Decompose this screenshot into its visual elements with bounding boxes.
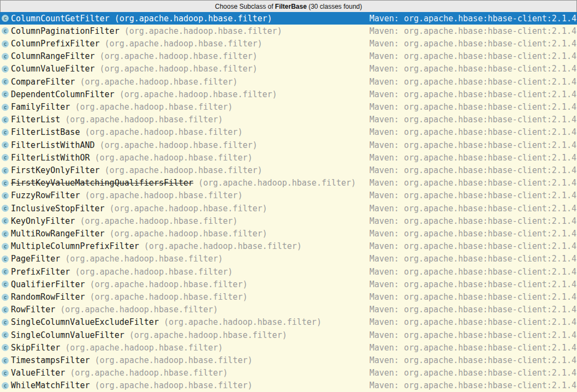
class-list-item[interactable]: c PageFilter (org.apache.hadoop.hbase.fi…: [0, 253, 577, 265]
class-list-item[interactable]: c DependentColumnFilter (org.apache.hado…: [0, 88, 577, 100]
class-list-item[interactable]: c QualifierFilter (org.apache.hadoop.hba…: [0, 278, 577, 290]
class-package: (org.apache.hadoop.hbase.filter): [120, 90, 277, 99]
maven-coordinates: Maven: org.apache.hbase:hbase-client:2.1…: [370, 216, 576, 226]
class-list-item[interactable]: c InclusiveStopFilter (org.apache.hadoop…: [0, 202, 577, 215]
class-package: (org.apache.hadoop.hbase.filter): [90, 280, 247, 289]
class-package: (org.apache.hadoop.hbase.filter): [80, 77, 237, 87]
class-name: FilterListBase: [11, 127, 80, 137]
maven-coordinates: Maven: org.apache.hbase:hbase-client:2.1…: [370, 140, 576, 150]
class-list-item[interactable]: c ColumnPaginationFilter (org.apache.had…: [0, 25, 577, 37]
class-list-item[interactable]: c ValueFilter (org.apache.hadoop.hbase.f…: [0, 367, 577, 379]
class-list-item[interactable]: c FilterList (org.apache.hadoop.hbase.fi…: [0, 114, 577, 126]
class-icon: c: [2, 230, 9, 237]
maven-coordinates: Maven: org.apache.hbase:hbase-client:2.1…: [370, 165, 576, 175]
class-name: InclusiveStopFilter: [11, 204, 105, 213]
class-package: (org.apache.hadoop.hbase.filter): [65, 343, 223, 353]
class-package: (org.apache.hadoop.hbase.filter): [65, 254, 223, 264]
maven-coordinates: Maven: org.apache.hbase:hbase-client:2.1…: [370, 153, 576, 163]
class-list-item[interactable]: c FirstKeyValueMatchingQualifiersFilter …: [0, 177, 577, 189]
class-package: (org.apache.hadoop.hbase.filter): [65, 115, 223, 124]
class-icon: c: [2, 319, 9, 326]
class-icon: c: [2, 370, 9, 377]
class-name: ValueFilter: [11, 368, 65, 378]
class-list-item[interactable]: c CompareFilter (org.apache.hadoop.hbase…: [0, 75, 577, 88]
class-icon: c: [2, 344, 9, 351]
maven-coordinates: Maven: org.apache.hbase:hbase-client:2.1…: [370, 254, 576, 264]
class-name: SingleColumnValueExcludeFilter: [11, 317, 159, 327]
class-package: (org.apache.hadoop.hbase.filter): [75, 267, 233, 277]
class-list-item[interactable]: c FamilyFilter (org.apache.hadoop.hbase.…: [0, 100, 577, 113]
class-name: ColumnRangeFilter: [11, 51, 95, 61]
choose-subclass-popup: Choose Subclass of FilterBase (30 classe…: [0, 0, 577, 392]
class-name: KeyOnlyFilter: [11, 216, 75, 226]
class-name: RandomRowFilter: [11, 292, 85, 302]
class-list-item[interactable]: c MultiRowRangeFilter (org.apache.hadoop…: [0, 227, 577, 240]
class-icon: c: [2, 129, 9, 136]
maven-coordinates: Maven: org.apache.hbase:hbase-client:2.1…: [370, 381, 576, 390]
class-package: (org.apache.hadoop.hbase.filter): [100, 51, 258, 61]
class-icon: c: [2, 331, 9, 338]
class-package: (org.apache.hadoop.hbase.filter): [70, 368, 228, 378]
class-name: SingleColumnValueFilter: [11, 330, 124, 340]
class-list-item[interactable]: c PrefixFilter (org.apache.hadoop.hbase.…: [0, 265, 577, 278]
maven-coordinates: Maven: org.apache.hbase:hbase-client:2.1…: [370, 292, 576, 302]
class-list-item[interactable]: c ColumnPrefixFilter (org.apache.hadoop.…: [0, 37, 577, 50]
class-list-item[interactable]: c FirstKeyOnlyFilter (org.apache.hadoop.…: [0, 164, 577, 176]
class-package: (org.apache.hadoop.hbase.filter): [80, 216, 237, 226]
class-icon: c: [2, 306, 9, 313]
class-package: (org.apache.hadoop.hbase.filter): [164, 317, 322, 327]
class-icon: c: [2, 91, 9, 98]
maven-coordinates: Maven: org.apache.hbase:hbase-client:2.1…: [370, 191, 576, 200]
class-list-item[interactable]: c SkipFilter (org.apache.hadoop.hbase.fi…: [0, 341, 577, 354]
class-package: (org.apache.hadoop.hbase.filter): [129, 330, 287, 340]
class-list-item[interactable]: c SingleColumnValueExcludeFilter (org.ap…: [0, 316, 577, 329]
class-package: (org.apache.hadoop.hbase.filter): [75, 102, 233, 112]
class-package: (org.apache.hadoop.hbase.filter): [100, 64, 258, 74]
class-list-item[interactable]: c FilterListWithAND (org.apache.hadoop.h…: [0, 139, 577, 151]
class-icon: c: [2, 66, 9, 73]
class-icon: c: [2, 116, 9, 123]
class-list-item[interactable]: c FuzzyRowFilter (org.apache.hadoop.hbas…: [0, 189, 577, 202]
class-package: (org.apache.hadoop.hbase.filter): [105, 165, 263, 175]
class-list-item[interactable]: c ColumnRangeFilter (org.apache.hadoop.h…: [0, 50, 577, 63]
class-list-item[interactable]: c RowFilter (org.apache.hadoop.hbase.fil…: [0, 304, 577, 316]
class-name: RowFilter: [11, 305, 55, 314]
class-name: WhileMatchFilter: [11, 381, 90, 390]
maven-coordinates: Maven: org.apache.hbase:hbase-client:2.1…: [370, 368, 576, 378]
class-icon: c: [2, 217, 9, 224]
class-name: DependentColumnFilter: [11, 90, 115, 99]
popup-title-suffix: (30 classes found): [307, 3, 362, 10]
maven-coordinates: Maven: org.apache.hbase:hbase-client:2.1…: [370, 305, 576, 314]
maven-coordinates: Maven: org.apache.hbase:hbase-client:2.1…: [370, 26, 576, 36]
class-list-item[interactable]: c KeyOnlyFilter (org.apache.hadoop.hbase…: [0, 215, 577, 227]
maven-coordinates: Maven: org.apache.hbase:hbase-client:2.1…: [370, 267, 576, 277]
class-icon: c: [2, 40, 9, 47]
maven-coordinates: Maven: org.apache.hbase:hbase-client:2.1…: [370, 178, 576, 188]
class-package: (org.apache.hadoop.hbase.filter): [100, 140, 258, 150]
class-list: c ColumnCountGetFilter (org.apache.hadoo…: [0, 12, 577, 392]
maven-coordinates: Maven: org.apache.hbase:hbase-client:2.1…: [370, 330, 576, 340]
maven-coordinates: Maven: org.apache.hbase:hbase-client:2.1…: [370, 343, 576, 353]
class-list-item[interactable]: c TimestampsFilter (org.apache.hadoop.hb…: [0, 354, 577, 366]
class-list-item[interactable]: c MultipleColumnPrefixFilter (org.apache…: [0, 240, 577, 253]
class-list-item[interactable]: c ColumnCountGetFilter (org.apache.hadoo…: [0, 12, 577, 25]
class-list-item[interactable]: c ColumnValueFilter (org.apache.hadoop.h…: [0, 63, 577, 75]
class-list-item[interactable]: c FilterListBase (org.apache.hadoop.hbas…: [0, 126, 577, 139]
class-package: (org.apache.hadoop.hbase.filter): [85, 127, 242, 137]
maven-coordinates: Maven: org.apache.hbase:hbase-client:2.1…: [370, 51, 576, 61]
class-list-item[interactable]: c RandomRowFilter (org.apache.hadoop.hba…: [0, 290, 577, 303]
maven-coordinates: Maven: org.apache.hbase:hbase-client:2.1…: [370, 280, 576, 289]
class-name: PrefixFilter: [11, 267, 70, 277]
class-package: (org.apache.hadoop.hbase.filter): [144, 241, 302, 251]
maven-coordinates: Maven: org.apache.hbase:hbase-client:2.1…: [370, 355, 576, 365]
class-list-item[interactable]: c WhileMatchFilter (org.apache.hadoop.hb…: [0, 379, 577, 392]
class-list-item[interactable]: c FilterListWithOR (org.apache.hadoop.hb…: [0, 151, 577, 164]
class-name: ColumnValueFilter: [11, 64, 95, 74]
class-list-item[interactable]: c SingleColumnValueFilter (org.apache.ha…: [0, 329, 577, 341]
maven-coordinates: Maven: org.apache.hbase:hbase-client:2.1…: [370, 115, 576, 124]
class-icon: c: [2, 27, 9, 34]
class-name: ColumnCountGetFilter: [11, 14, 110, 23]
class-icon: c: [2, 154, 9, 161]
class-name: QualifierFilter: [11, 280, 85, 289]
popup-title-prefix: Choose Subclass of: [215, 3, 275, 10]
